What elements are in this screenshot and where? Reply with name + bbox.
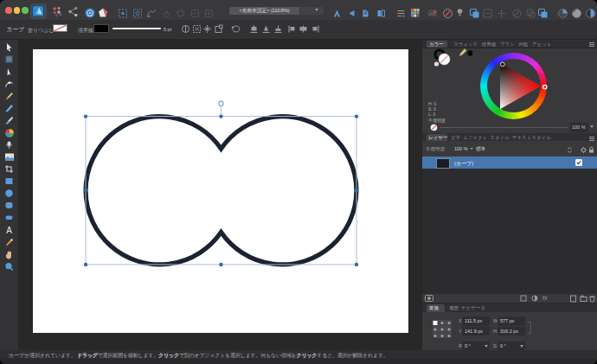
svg-text:A: A	[6, 226, 12, 235]
